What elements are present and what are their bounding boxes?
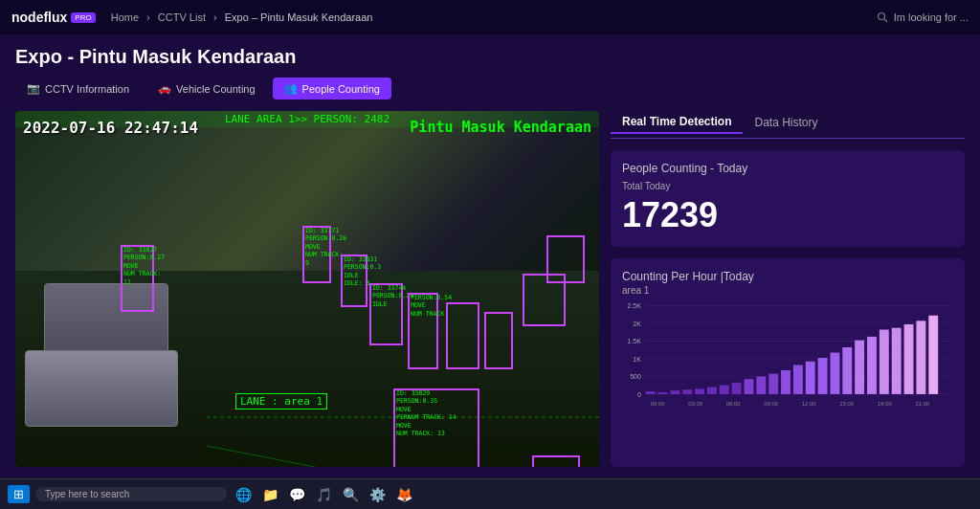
tab-vehicle[interactable]: 🚗 Vehicle Counting [146,77,267,100]
search-icon [877,11,888,23]
svg-text:00:00: 00:00 [651,401,665,407]
svg-rect-32 [842,347,852,394]
breadcrumb-home[interactable]: Home [111,11,139,23]
svg-rect-33 [855,341,864,394]
people-icon: 👥 [284,82,298,95]
taskbar-icon-mail[interactable]: 🎵 [313,484,334,505]
video-panel: LANE AREA 1>> PERSON: 2482 2022-07-16 22… [15,111,599,467]
svg-rect-26 [768,374,778,394]
tab-history[interactable]: Data History [743,111,829,134]
svg-text:15:00: 15:00 [839,401,854,407]
svg-text:09:00: 09:00 [764,401,778,407]
total-label: Total Today [622,181,953,191]
navbar: nodeflux PRO Home › CCTV List › Expo – P… [0,0,980,34]
svg-text:2.5K: 2.5K [628,303,642,310]
svg-text:2K: 2K [633,321,641,327]
right-panel: Real Time Detection Data History People … [611,111,965,467]
logo-text: nodeflux [11,10,67,25]
tab-cctv-label: CCTV Information [45,83,129,95]
svg-rect-39 [928,316,938,394]
taskbar-search[interactable]: Type here to search [35,487,227,501]
count-card: People Counting - Today Total Today 1723… [611,150,965,247]
tab-vehicle-label: Vehicle Counting [176,83,256,95]
svg-rect-22 [720,386,729,394]
svg-rect-24 [745,379,754,394]
windows-icon: ⊞ [13,487,24,501]
svg-text:0: 0 [637,391,641,398]
svg-text:12:00: 12:00 [802,401,816,407]
breadcrumb-cctv[interactable]: CCTV List [158,11,206,23]
taskbar-icon-photos[interactable]: 🔍 [340,484,361,505]
svg-text:03:00: 03:00 [688,401,702,407]
det-box-1: ID: 33827PERSON:0.27MOVENUM TRACK: 12 [121,245,154,312]
chart-card: Counting Per Hour |Today area 1 2.5K 2K … [611,258,965,467]
svg-rect-23 [732,383,742,394]
svg-rect-31 [830,353,839,394]
taskbar-icon-settings[interactable]: ⚙️ [367,484,388,505]
taskbar-icon-edge[interactable]: 🌐 [233,484,254,505]
taskbar-icons: 🌐 📁 💬 🎵 🔍 ⚙️ 🦊 [233,484,414,505]
det-box-3: ID: 33831PERSON:0.3IDLEIDLE: 3 [341,254,368,307]
svg-rect-29 [806,362,815,394]
svg-rect-19 [682,389,692,394]
det-box-11 [546,235,585,283]
det-box-2: ID: 33771PERSON:0.26MOVENUM TRACK: 9 [302,226,331,283]
page-title: Expo - Pintu Masuk Kendaraan [15,46,965,68]
svg-rect-38 [916,321,925,394]
main-content: Expo - Pintu Masuk Kendaraan 📷 CCTV Info… [0,34,980,478]
svg-rect-21 [707,387,717,394]
det-box-5: PERSON:0.54MOVENUM TRACK [408,293,438,369]
search-area[interactable]: Im looking for ... [877,11,969,23]
taskbar: ⊞ Type here to search 🌐 📁 💬 🎵 🔍 ⚙️ 🦊 [0,478,980,509]
lane-label: LANE : area 1 [235,393,327,409]
svg-rect-35 [880,330,889,394]
svg-text:21:00: 21:00 [915,401,929,407]
svg-rect-17 [658,392,668,394]
bar-chart: 2.5K 2K 1.5K 1K 500 0 [622,301,953,416]
taskbar-icon-store[interactable]: 💬 [286,484,307,505]
svg-rect-18 [670,390,679,394]
car-front [25,350,178,427]
svg-rect-37 [904,324,914,394]
logo-badge: PRO [71,12,95,23]
taskbar-search-label: Type here to search [45,489,129,499]
chart-area-label: area 1 [622,285,953,296]
tabs-row: 📷 CCTV Information 🚗 Vehicle Counting 👥 … [15,77,965,100]
logo-area: nodeflux PRO [11,10,96,25]
det-box-12 [532,455,580,467]
svg-text:500: 500 [630,373,641,380]
tab-people[interactable]: 👥 People Counting [273,77,391,100]
svg-text:1K: 1K [633,356,641,363]
svg-rect-34 [867,337,877,394]
realtime-tabs: Real Time Detection Data History [611,111,965,139]
svg-rect-36 [892,328,902,394]
det-box-4: ID: 33744PERSON:0.24IDLE [369,283,403,345]
svg-rect-27 [781,370,791,394]
svg-text:1.5K: 1.5K [628,339,642,345]
search-placeholder: Im looking for ... [894,11,969,23]
svg-rect-20 [695,388,704,394]
start-button[interactable]: ⊞ [8,485,30,503]
det-box-8: ID: 33829PERSON:0.35MOVEPERNUM TRACK: 14… [393,388,479,467]
svg-text:18:00: 18:00 [878,401,892,407]
tab-realtime[interactable]: Real Time Detection [611,111,743,134]
video-background: LANE AREA 1>> PERSON: 2482 2022-07-16 22… [15,111,599,467]
svg-text:06:00: 06:00 [726,401,741,407]
taskbar-icon-firefox[interactable]: 🦊 [393,484,414,505]
svg-rect-16 [646,391,656,394]
video-timestamp: 2022-07-16 22:47:14 [23,119,198,137]
vehicle-icon: 🚗 [158,82,171,95]
svg-rect-25 [756,376,766,393]
chart-title: Counting Per Hour |Today [622,270,953,283]
breadcrumb: Home › CCTV List › Expo – Pintu Masuk Ke… [111,11,861,23]
det-box-7 [484,312,513,369]
det-box-6 [446,302,479,369]
tab-cctv-info[interactable]: 📷 CCTV Information [15,77,141,100]
taskbar-icon-folder[interactable]: 📁 [259,484,280,505]
body-split: LANE AREA 1>> PERSON: 2482 2022-07-16 22… [15,111,965,467]
svg-rect-30 [818,358,828,394]
count-card-title: People Counting - Today [622,162,953,175]
svg-rect-28 [793,365,803,393]
svg-line-1 [884,19,887,22]
chart-container: 2.5K 2K 1.5K 1K 500 0 [622,301,953,416]
